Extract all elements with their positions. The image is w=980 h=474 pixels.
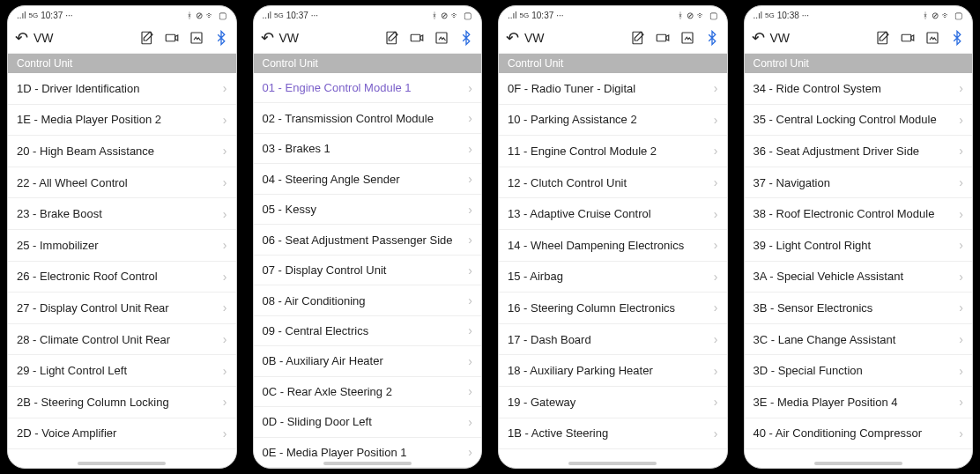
section-header: Control Unit bbox=[745, 54, 973, 73]
list-item[interactable]: 12 - Clutch Control Unit› bbox=[499, 167, 727, 199]
list-item[interactable]: 0F - Radio Tuner - Digital› bbox=[499, 73, 727, 105]
app-actions bbox=[139, 30, 229, 46]
list-item[interactable]: 0B - Auxiliary Air Heater› bbox=[254, 346, 482, 376]
signal-icon: ..ıl bbox=[17, 11, 26, 20]
screenshot-icon[interactable] bbox=[434, 30, 449, 46]
bluetooth-icon[interactable] bbox=[458, 30, 474, 46]
list-item[interactable]: 34 - Ride Control System› bbox=[745, 73, 973, 105]
list-item[interactable]: 40 - Air Conditioning Compressor› bbox=[745, 418, 973, 450]
bt-status-icon: ᚼ bbox=[678, 11, 684, 20]
list-item[interactable]: 1B - Active Steering› bbox=[499, 418, 727, 450]
chevron-right-icon: › bbox=[959, 300, 963, 315]
list-item[interactable]: 26 - Electronic Roof Control› bbox=[8, 262, 236, 293]
bluetooth-icon[interactable] bbox=[704, 30, 720, 46]
list-item-label: 3C - Lane Change Assistant bbox=[754, 333, 896, 346]
list-item[interactable]: 25 - Immobilizer› bbox=[8, 230, 236, 262]
note-icon[interactable] bbox=[630, 30, 646, 46]
svg-rect-7 bbox=[657, 34, 666, 41]
list-item[interactable]: 27 - Display Control Unit Rear› bbox=[8, 293, 236, 324]
list-item[interactable]: 3A - Special Vehicle Assistant› bbox=[745, 262, 973, 293]
control-unit-list[interactable]: 1D - Driver Identification›1E - Media Pl… bbox=[8, 73, 236, 468]
camera-icon[interactable] bbox=[900, 30, 916, 46]
list-item-label: 34 - Ride Control System bbox=[754, 82, 881, 95]
list-item[interactable]: 1D - Driver Identification› bbox=[8, 73, 236, 105]
gesture-bar[interactable] bbox=[568, 462, 657, 465]
camera-icon[interactable] bbox=[409, 30, 425, 46]
list-item-label: 0D - Sliding Door Left bbox=[263, 415, 372, 428]
list-item[interactable]: 3C - Lane Change Assistant› bbox=[745, 324, 973, 356]
list-item[interactable]: 02 - Transmission Control Module› bbox=[254, 103, 482, 133]
list-item[interactable]: 16 - Steering Column Electronics› bbox=[499, 293, 727, 324]
screenshot-icon[interactable] bbox=[679, 30, 695, 46]
control-unit-list[interactable]: 0F - Radio Tuner - Digital›10 - Parking … bbox=[499, 73, 727, 468]
list-item[interactable]: 05 - Kessy› bbox=[254, 195, 482, 225]
list-item[interactable]: 06 - Seat Adjustment Passenger Side› bbox=[254, 225, 482, 255]
control-unit-list[interactable]: 34 - Ride Control System›35 - Central Lo… bbox=[745, 73, 973, 468]
app-actions bbox=[384, 30, 474, 46]
chevron-right-icon: › bbox=[223, 113, 227, 127]
back-button[interactable]: ↶VW bbox=[506, 30, 545, 46]
list-item-label: 38 - Roof Electronic Control Module bbox=[754, 207, 935, 220]
screenshot-icon[interactable] bbox=[924, 30, 940, 46]
bluetooth-icon[interactable] bbox=[949, 30, 965, 46]
list-item[interactable]: 37 - Navigation› bbox=[745, 167, 973, 199]
data-icon: 5G bbox=[520, 11, 530, 19]
note-icon[interactable] bbox=[875, 30, 891, 46]
list-item[interactable]: 28 - Climate Control Unit Rear› bbox=[8, 324, 236, 356]
list-item[interactable]: 38 - Roof Electronic Control Module› bbox=[745, 198, 973, 230]
list-item[interactable]: 22 - All Wheel Control› bbox=[8, 167, 236, 199]
list-item[interactable]: 0C - Rear Axle Steering 2› bbox=[254, 377, 482, 407]
gesture-bar[interactable] bbox=[78, 462, 166, 465]
status-time: 10:37 bbox=[531, 11, 553, 20]
bt-status-icon: ᚼ bbox=[923, 11, 929, 20]
back-button[interactable]: ↶VW bbox=[15, 30, 54, 46]
list-item[interactable]: 09 - Central Electrics› bbox=[254, 316, 482, 346]
list-item[interactable]: 3B - Sensor Electronics› bbox=[745, 293, 973, 324]
list-item[interactable]: 20 - High Beam Assistance› bbox=[8, 136, 236, 167]
gesture-bar[interactable] bbox=[814, 462, 902, 465]
list-item-label: 04 - Steering Angle Sender bbox=[263, 173, 400, 186]
list-item[interactable]: 23 - Brake Boost› bbox=[8, 198, 236, 230]
chevron-right-icon: › bbox=[714, 144, 718, 158]
list-item[interactable]: 11 - Engine Control Module 2› bbox=[499, 136, 727, 167]
list-item[interactable]: 13 - Adaptive Cruise Control› bbox=[499, 198, 727, 230]
wifi-icon: ᯤ bbox=[942, 11, 952, 20]
list-item[interactable]: 03 - Brakes 1› bbox=[254, 134, 482, 164]
camera-icon[interactable] bbox=[164, 30, 180, 46]
list-item[interactable]: 0D - Sliding Door Left› bbox=[254, 407, 482, 437]
screenshot-icon[interactable] bbox=[189, 30, 204, 46]
list-item[interactable]: 15 - Airbag› bbox=[499, 262, 727, 293]
gesture-bar[interactable] bbox=[323, 462, 412, 465]
list-item[interactable]: 04 - Steering Angle Sender› bbox=[254, 164, 482, 194]
back-button[interactable]: ↶VW bbox=[752, 30, 791, 46]
camera-icon[interactable] bbox=[655, 30, 671, 46]
list-item[interactable]: 35 - Central Locking Control Module› bbox=[745, 105, 973, 137]
list-item[interactable]: 08 - Air Conditioning› bbox=[254, 285, 482, 315]
chevron-right-icon: › bbox=[468, 172, 472, 186]
list-item-label: 15 - Airbag bbox=[508, 270, 563, 283]
list-item[interactable]: 39 - Light Control Right› bbox=[745, 230, 973, 262]
chevron-right-icon: › bbox=[468, 323, 472, 337]
control-unit-list[interactable]: 01 - Engine Control Module 1›02 - Transm… bbox=[254, 73, 482, 468]
list-item[interactable]: 17 - Dash Board› bbox=[499, 324, 727, 356]
note-icon[interactable] bbox=[384, 30, 400, 46]
list-item[interactable]: 14 - Wheel Dampening Electronics› bbox=[499, 230, 727, 262]
list-item[interactable]: 07 - Display Control Unit› bbox=[254, 256, 482, 285]
bt-status-icon: ᚼ bbox=[187, 11, 193, 20]
note-icon[interactable] bbox=[139, 30, 155, 46]
list-item[interactable]: 36 - Seat Adjustment Driver Side› bbox=[745, 136, 973, 167]
status-right: ᚼ⊘ᯤ▢ bbox=[187, 11, 227, 20]
list-item[interactable]: 01 - Engine Control Module 1› bbox=[254, 73, 482, 103]
list-item[interactable]: 2D - Voice Amplifier› bbox=[8, 418, 236, 450]
list-item[interactable]: 2B - Steering Column Locking› bbox=[8, 387, 236, 418]
list-item[interactable]: 18 - Auxiliary Parking Heater› bbox=[499, 355, 727, 387]
list-item[interactable]: 3D - Special Function› bbox=[745, 355, 973, 387]
dnd-icon: ⊘ bbox=[441, 11, 449, 20]
back-button[interactable]: ↶VW bbox=[261, 30, 300, 46]
list-item[interactable]: 19 - Gateway› bbox=[499, 387, 727, 418]
list-item[interactable]: 10 - Parking Assistance 2› bbox=[499, 105, 727, 137]
list-item[interactable]: 1E - Media Player Position 2› bbox=[8, 105, 236, 137]
list-item[interactable]: 3E - Media Player Position 4› bbox=[745, 387, 973, 418]
bluetooth-icon[interactable] bbox=[213, 30, 229, 46]
list-item[interactable]: 29 - Light Control Left› bbox=[8, 355, 236, 387]
